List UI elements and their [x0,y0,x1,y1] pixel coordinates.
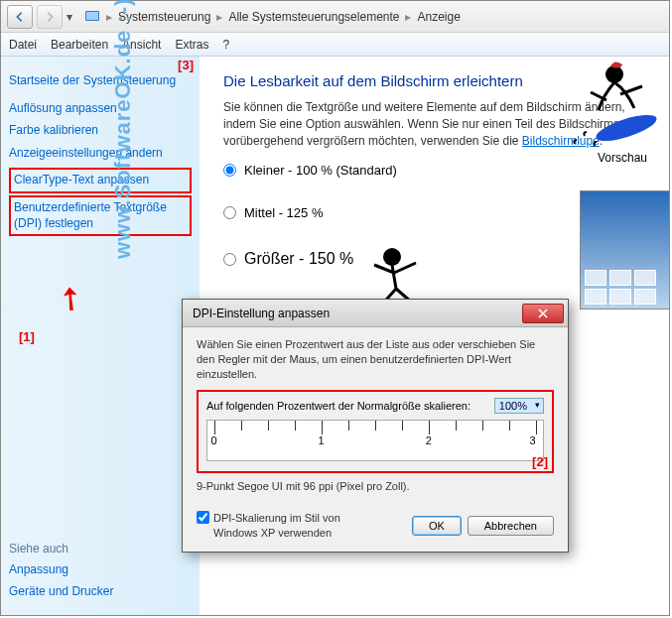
close-icon [538,309,548,318]
menu-file[interactable]: Datei [9,38,37,52]
watermark-vertical: www.SoftwareOK.de :-) [110,0,136,259]
dialog-titlebar[interactable]: DPI-Einstellung anpassen [183,300,568,327]
menu-help[interactable]: ? [222,38,229,52]
crumb-item[interactable]: Alle Systemsteuerungselemente [228,10,399,24]
svg-rect-1 [86,12,98,20]
nav-forward-button[interactable] [37,5,63,29]
ok-button[interactable]: OK [412,516,462,536]
annotation-box-2: Auf folgenden Prozentwert der Normalgröß… [197,390,554,473]
radio-input-larger[interactable] [223,253,236,266]
preview-label: Vorschau [598,151,647,165]
snowboarder-graphic [555,57,664,151]
radio-label: Größer - 150 % [244,250,353,268]
radio-input-medium[interactable] [223,206,236,219]
dpi-ruler[interactable]: 0 1 2 3 [206,420,544,461]
history-dropdown[interactable]: ▾ [67,10,72,24]
arrow-right-icon [43,10,57,24]
annotation-3: [3] [178,58,194,72]
preview-thumbnail [580,190,669,309]
scale-label: Auf folgenden Prozentwert der Normalgröß… [206,400,470,412]
radio-input-smaller[interactable] [223,164,236,177]
see-also-personalization[interactable]: Anpassung [9,562,192,578]
see-also-heading: Siehe auch [9,542,192,556]
sidebar-home-link[interactable]: Startseite der Systemsteuerung [9,73,192,89]
dialog-close-button[interactable] [522,304,564,323]
annotation-box-3: ClearType-Text anpassen [3] [9,168,192,193]
annotation-1: [1] [19,329,35,344]
dpi-sample-text: 9-Punkt Segoe UI mit 96 ppi (Pixel pro Z… [197,479,554,494]
annotation-box-dpi: Benutzerdefinierte Textgröße (DPI) festl… [9,195,192,236]
radio-label: Mittel - 125 % [244,205,323,220]
svg-point-2 [594,110,659,147]
sidebar-link-cleartype[interactable]: ClearType-Text anpassen [14,173,187,188]
breadcrumb[interactable]: ▸ Systemsteuerung ▸ Alle Systemsteuerung… [76,9,663,25]
control-panel-window: ▾ ▸ Systemsteuerung ▸ Alle Systemsteueru… [0,0,670,616]
annotation-2: [2] [532,454,548,469]
radio-smaller[interactable]: Kleiner - 100 % (Standard) [223,163,653,178]
dialog-title: DPI-Einstellung anpassen [193,307,330,320]
dpi-dialog: DPI-Einstellung anpassen Wählen Sie eine… [182,299,569,553]
sidebar-link-resolution[interactable]: Auflösung anpassen [9,101,192,117]
annotation-arrow: ➚ [47,276,92,320]
sidebar-link-calibrate[interactable]: Farbe kalibrieren [9,123,192,139]
nav-back-button[interactable] [7,5,33,29]
titlebar: ▾ ▸ Systemsteuerung ▸ Alle Systemsteueru… [1,1,669,33]
arrow-left-icon [13,10,27,24]
sidebar: Startseite der Systemsteuerung Auflösung… [1,57,200,615]
sidebar-link-display-settings[interactable]: Anzeigeeinstellungen ändern [9,146,192,162]
control-panel-icon [84,9,100,25]
cancel-button[interactable]: Abbrechen [468,516,554,536]
checkbox-label: DPI-Skalierung im Stil von Windows XP ve… [213,511,355,540]
sidebar-link-custom-dpi[interactable]: Benutzerdefinierte Textgröße (DPI) festl… [14,200,187,231]
see-also-devices[interactable]: Geräte und Drucker [9,584,192,600]
dialog-intro: Wählen Sie einen Prozentwert aus der Lis… [197,337,554,382]
svg-point-4 [383,248,401,266]
menu-edit[interactable]: Bearbeiten [51,38,108,52]
menu-extras[interactable]: Extras [175,38,208,52]
menubar: Datei Bearbeiten Ansicht Extras ? [1,33,669,57]
svg-point-3 [605,65,623,83]
radio-label: Kleiner - 100 % (Standard) [244,163,397,178]
xp-style-checkbox[interactable] [197,511,209,524]
scale-combobox[interactable]: 100% [494,398,544,414]
xp-style-checkbox-row[interactable]: DPI-Skalierung im Stil von Windows XP ve… [197,511,355,540]
crumb-item[interactable]: Anzeige [417,10,460,24]
